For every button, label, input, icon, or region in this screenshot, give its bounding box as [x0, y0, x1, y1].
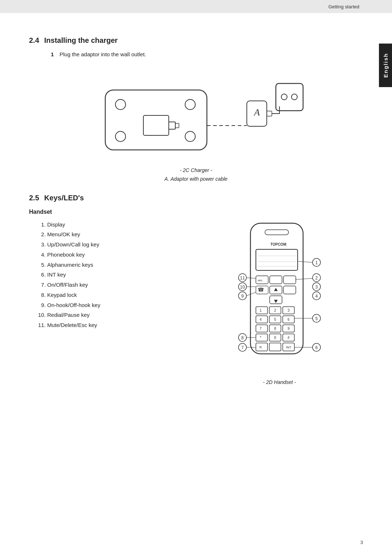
- list-item: Keypad lock: [47, 290, 196, 300]
- page-header: Getting started: [0, 0, 392, 13]
- keys-list: DisplayMenu/OK keyUp/Down/Call log keyPh…: [29, 220, 196, 385]
- svg-point-13: [281, 94, 287, 100]
- svg-rect-12: [276, 83, 303, 111]
- svg-point-4: [185, 131, 195, 142]
- svg-line-64: [298, 261, 313, 262]
- list-item: Alphanumeric keys: [47, 260, 196, 270]
- keys-ordered-list: DisplayMenu/OK keyUp/Down/Call log keyPh…: [47, 220, 196, 330]
- svg-text:4: 4: [260, 318, 262, 322]
- svg-rect-5: [143, 115, 169, 135]
- svg-rect-59: [269, 343, 281, 351]
- language-tab: English: [379, 44, 392, 87]
- svg-text:0: 0: [274, 336, 276, 340]
- svg-text:abc: abc: [258, 279, 262, 282]
- list-item: INT key: [47, 270, 196, 280]
- section-24-title: Installing the charger: [44, 36, 118, 45]
- list-item: Mute/Delete/Esc key: [47, 320, 196, 330]
- svg-rect-7: [175, 123, 179, 128]
- svg-line-67: [296, 278, 313, 279]
- svg-text:5: 5: [274, 318, 276, 322]
- section-25-heading: 2.5 Keys/LED's: [29, 194, 363, 202]
- svg-rect-51: [256, 334, 268, 341]
- svg-rect-18: [256, 249, 298, 270]
- svg-point-2: [185, 99, 195, 110]
- svg-text:2: 2: [315, 275, 318, 281]
- svg-text:R: R: [260, 346, 262, 349]
- svg-text:3: 3: [315, 285, 318, 290]
- section-25: 2.5 Keys/LED's Handset DisplayMenu/OK ke…: [29, 194, 363, 385]
- section-25-title: Keys/LED's: [44, 194, 84, 202]
- wall-outlet: [276, 83, 303, 111]
- svg-text:8: 8: [241, 335, 244, 340]
- svg-text:11: 11: [240, 275, 245, 281]
- svg-point-1: [115, 99, 126, 110]
- svg-text:2: 2: [274, 308, 276, 312]
- list-item: Menu/OK key: [47, 229, 196, 240]
- charger-diagram: A: [29, 68, 363, 163]
- svg-text:1: 1: [260, 308, 262, 312]
- list-item: On/Off/Flash key: [47, 280, 196, 290]
- adaptor: [247, 101, 279, 126]
- svg-text:1: 1: [315, 260, 318, 265]
- svg-line-86: [246, 292, 256, 296]
- handset-caption: - 2D Handset -: [263, 379, 296, 385]
- svg-text:10: 10: [240, 285, 245, 290]
- list-item: On-hook/Off-hook key: [47, 300, 196, 310]
- svg-text:7: 7: [241, 345, 244, 350]
- svg-rect-25: [283, 276, 296, 284]
- section-24-heading: 2.4 Installing the charger: [29, 36, 363, 45]
- page: Getting started English 3 2.4 Installing…: [0, 0, 392, 556]
- svg-line-92: [246, 278, 256, 278]
- svg-point-3: [115, 131, 126, 142]
- svg-text:9: 9: [241, 294, 244, 299]
- charger-caption: - 2C Charger - A. Adaptor with power cab…: [29, 166, 363, 184]
- charger-svg: A: [87, 68, 305, 159]
- svg-text:☎: ☎: [258, 287, 264, 293]
- list-item: Display: [47, 220, 196, 230]
- step-1-text: Plug the adaptor into the wall outlet.: [60, 51, 146, 57]
- svg-marker-32: [274, 300, 278, 303]
- svg-text:INT: INT: [286, 346, 291, 349]
- section-24-number: 2.4: [29, 36, 39, 45]
- charger-base: [105, 90, 207, 150]
- handset-svg: TOPCOM abc: [221, 220, 338, 376]
- svg-rect-0: [105, 90, 207, 150]
- svg-rect-39: [256, 316, 268, 323]
- page-number: 3: [360, 540, 363, 545]
- svg-text:4: 4: [315, 294, 318, 299]
- svg-text:TOPCOM: TOPCOM: [270, 242, 286, 246]
- step-1-num: 1: [51, 51, 60, 57]
- svg-marker-27: [274, 288, 278, 291]
- list-item: Up/Down/Call log key: [47, 240, 196, 250]
- svg-rect-33: [256, 307, 268, 314]
- handset-diagram: TOPCOM abc: [196, 220, 363, 385]
- header-text: Getting started: [328, 4, 359, 9]
- list-item: Redial/Pause key: [47, 310, 196, 320]
- step-1: 1 Plug the adaptor into the wall outlet.: [51, 51, 363, 57]
- svg-text:6: 6: [315, 345, 318, 350]
- svg-text:#: #: [287, 336, 290, 340]
- svg-rect-16: [265, 230, 289, 235]
- section-25-number: 2.5: [29, 194, 39, 202]
- svg-text:8: 8: [274, 327, 276, 331]
- main-content: 2.4 Installing the charger 1 Plug the ad…: [29, 36, 363, 385]
- handset-subheading: Handset: [29, 209, 363, 215]
- svg-rect-30: [283, 286, 296, 294]
- two-column-layout: DisplayMenu/OK keyUp/Down/Call log keyPh…: [29, 220, 363, 385]
- svg-text:A: A: [253, 107, 260, 118]
- svg-text:9: 9: [287, 327, 290, 331]
- svg-point-14: [291, 94, 297, 100]
- list-item: Phonebook key: [47, 250, 196, 260]
- svg-rect-6: [169, 122, 175, 129]
- svg-text:5: 5: [315, 316, 318, 321]
- svg-rect-45: [256, 325, 268, 332]
- svg-rect-24: [270, 276, 282, 284]
- svg-text:7: 7: [260, 327, 262, 331]
- svg-text:6: 6: [287, 318, 290, 322]
- svg-text:*: *: [260, 336, 261, 340]
- svg-text:3: 3: [287, 308, 290, 312]
- svg-rect-11: [267, 111, 272, 116]
